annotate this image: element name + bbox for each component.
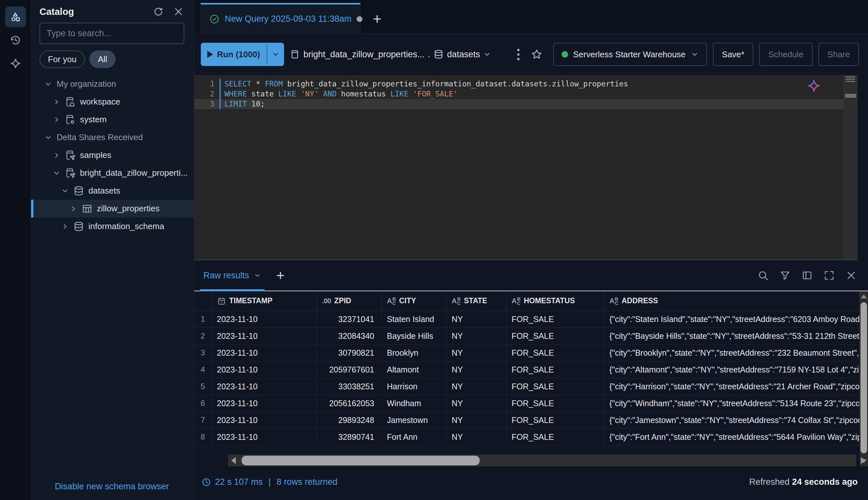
- fullscreen-icon[interactable]: [823, 270, 835, 281]
- code-line-1[interactable]: 1SELECT * FROM bright_data_zillow_proper…: [194, 79, 858, 89]
- run-dropdown-button[interactable]: [267, 43, 284, 66]
- catalog-browser-icon[interactable]: [5, 7, 26, 27]
- chevron-right-icon[interactable]: [52, 98, 61, 106]
- cell[interactable]: {"city":"Fort Ann","state":"NY","streetA…: [604, 429, 859, 445]
- cell[interactable]: 5: [194, 378, 211, 395]
- chevron-right-icon[interactable]: [52, 115, 61, 124]
- cell[interactable]: NY: [446, 311, 506, 328]
- cell[interactable]: FOR_SALE: [506, 395, 604, 412]
- cell[interactable]: NY: [446, 361, 506, 378]
- chevron-down-icon[interactable]: [60, 186, 70, 195]
- cell[interactable]: Jamestown: [381, 412, 446, 429]
- cell[interactable]: 4: [194, 361, 211, 378]
- assistant-sparkle-icon[interactable]: [5, 53, 26, 74]
- code-area[interactable]: 1SELECT * FROM bright_data_zillow_proper…: [194, 79, 858, 109]
- vertical-scrollbar[interactable]: [859, 291, 868, 466]
- chevron-down-icon[interactable]: [52, 169, 61, 178]
- cell[interactable]: {"city":"Jamestown","state":"NY","street…: [604, 412, 859, 429]
- horizontal-scroll-thumb[interactable]: [242, 456, 480, 465]
- catalog-schema-selector[interactable]: bright_data_zillow_properties... . datas…: [290, 49, 491, 59]
- cell[interactable]: 2023-11-10: [211, 429, 317, 445]
- catalog-search[interactable]: [40, 23, 184, 44]
- cell[interactable]: 2023-11-10: [211, 311, 317, 328]
- tree-item-bright-data-zillow-properti[interactable]: bright_data_zillow_properti...: [31, 164, 194, 182]
- cell[interactable]: NY: [446, 429, 506, 445]
- save-button[interactable]: Save*: [713, 43, 753, 66]
- scroll-right-arrow[interactable]: [861, 457, 865, 464]
- column-header-city[interactable]: ABCCITY: [381, 291, 446, 311]
- cell[interactable]: 32890741: [317, 429, 381, 445]
- cell[interactable]: 2023-11-10: [211, 361, 317, 378]
- cell[interactable]: 2059767601: [317, 361, 381, 378]
- schema-browser-toggle-link[interactable]: Disable new schema browser: [40, 481, 184, 496]
- cell[interactable]: Staten Island: [381, 311, 446, 328]
- cell[interactable]: FOR_SALE: [506, 429, 604, 445]
- cell[interactable]: 8: [194, 429, 211, 445]
- tree-item-my-organization[interactable]: My organization: [31, 75, 194, 93]
- column-header-zpid[interactable]: .00ZPID: [317, 291, 381, 311]
- cell[interactable]: 33038251: [317, 378, 381, 395]
- column-header-address[interactable]: ABCADDRESS: [604, 291, 859, 311]
- column-header-state[interactable]: ABCSTATE: [446, 291, 506, 311]
- share-button[interactable]: Share: [819, 43, 859, 66]
- cell[interactable]: Windham: [381, 395, 446, 412]
- cell[interactable]: 32371041: [317, 311, 381, 328]
- cell[interactable]: 2: [194, 328, 211, 344]
- cell[interactable]: FOR_SALE: [506, 328, 604, 344]
- chevron-down-icon[interactable]: [44, 133, 53, 142]
- search-input[interactable]: [47, 29, 177, 38]
- chevron-down-icon[interactable]: [44, 80, 53, 89]
- cell[interactable]: FOR_SALE: [506, 412, 604, 429]
- cell[interactable]: 2056162053: [317, 395, 381, 412]
- cell[interactable]: 32084340: [317, 328, 381, 344]
- column-header-homestatus[interactable]: ABCHOMESTATUS: [506, 291, 604, 311]
- cell[interactable]: {"city":"Harrison","state":"NY","streetA…: [604, 378, 859, 395]
- cell[interactable]: 2023-11-10: [211, 344, 317, 361]
- tree-item-delta-shares-received[interactable]: Delta Shares Received: [31, 128, 194, 146]
- schedule-button[interactable]: Schedule: [759, 43, 812, 66]
- search-icon[interactable]: [757, 270, 769, 281]
- raw-results-tab[interactable]: Raw results: [200, 260, 265, 291]
- cell[interactable]: {"city":"Bayside Hills","state":"NY","st…: [604, 328, 859, 344]
- cell[interactable]: FOR_SALE: [506, 361, 604, 378]
- filter-pill-for-you[interactable]: For you: [40, 50, 85, 68]
- query-tab[interactable]: New Query 2025-09-03 11:38am: [200, 3, 360, 33]
- cell[interactable]: FOR_SALE: [506, 311, 604, 328]
- code-line-3[interactable]: 3LIMIT 10;: [194, 99, 858, 109]
- cell[interactable]: 2023-11-10: [211, 395, 317, 412]
- cell[interactable]: NY: [446, 412, 506, 429]
- column-header-rownum[interactable]: [194, 291, 211, 311]
- cell[interactable]: {"city":"Staten Island","state":"NY","st…: [604, 311, 859, 328]
- kebab-menu-icon[interactable]: [514, 49, 523, 60]
- cell[interactable]: NY: [446, 344, 506, 361]
- tree-item-workspace[interactable]: workspace: [31, 93, 194, 111]
- cell[interactable]: Brooklyn: [381, 344, 446, 361]
- cell[interactable]: 6: [194, 395, 211, 412]
- chevron-right-icon[interactable]: [60, 222, 70, 231]
- cell[interactable]: NY: [446, 378, 506, 395]
- cell[interactable]: NY: [446, 395, 506, 412]
- column-header-timestamp[interactable]: TIMESTAMP: [211, 291, 317, 311]
- panel-icon[interactable]: [801, 270, 813, 281]
- cell[interactable]: 7: [194, 412, 211, 429]
- cell[interactable]: 30790821: [317, 344, 381, 361]
- cell[interactable]: NY: [446, 328, 506, 344]
- refresh-icon[interactable]: [153, 6, 164, 18]
- cell[interactable]: Fort Ann: [381, 429, 446, 445]
- run-button[interactable]: Run (1000): [201, 43, 284, 66]
- cell[interactable]: 29893248: [317, 412, 381, 429]
- warehouse-selector[interactable]: Serverless Starter Warehouse: [553, 43, 707, 66]
- cell[interactable]: Altamont: [381, 361, 446, 378]
- cell[interactable]: 2023-11-10: [211, 412, 317, 429]
- chevron-right-icon[interactable]: [52, 151, 61, 160]
- tree-item-information-schema[interactable]: information_schema: [31, 217, 194, 235]
- scroll-left-arrow[interactable]: [231, 457, 236, 464]
- tree-item-system[interactable]: system: [31, 111, 194, 128]
- add-visualization-button[interactable]: +: [276, 268, 285, 283]
- cell[interactable]: Harrison: [381, 378, 446, 395]
- sql-editor[interactable]: 1SELECT * FROM bright_data_zillow_proper…: [194, 75, 858, 260]
- cell[interactable]: Bayside Hills: [381, 328, 446, 344]
- cell[interactable]: 1: [194, 311, 211, 328]
- rows-returned[interactable]: 8 rows returned: [277, 477, 337, 487]
- filter-pill-all[interactable]: All: [89, 50, 115, 68]
